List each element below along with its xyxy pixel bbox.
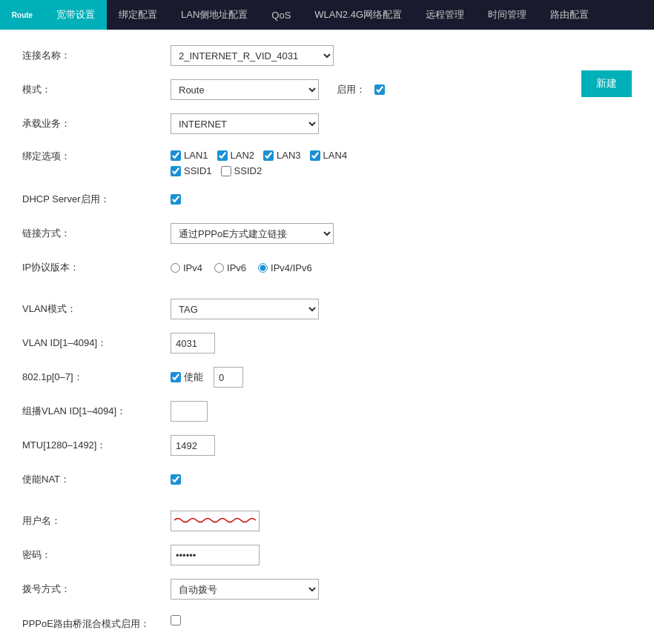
bearer-row: 承载业务： INTERNET [22,113,632,135]
nat-label: 使能NAT： [22,473,171,486]
link-control: 通过PPPoE方式建立链接 [171,223,632,244]
vlan-id-label: VLAN ID[1–4094]： [22,336,171,350]
connection-name-row: 连接名称： 2_INTERNET_R_VID_4031 [22,44,632,67]
vlan-mode-row: VLAN模式： TAG [22,298,632,320]
dhcp-row: DHCP Server启用： [22,188,632,210]
connection-name-select[interactable]: 2_INTERNET_R_VID_4031 [171,45,334,66]
ip-version-control: IPv4 IPv6 IPv4/IPv6 [171,262,632,273]
pppoe-bridge-label: PPPoE路由桥混合模式启用： [22,615,171,631]
vlan-id-control [171,333,632,353]
ssid2-checkbox[interactable] [221,166,231,176]
mtu-row: MTU[1280–1492]： [22,434,632,457]
lan1-checkbox-label: LAN1 [171,150,208,161]
dot1p-label: 802.1p[0–7]： [22,371,171,384]
bearer-select[interactable]: INTERNET [171,113,319,134]
dhcp-checkbox[interactable] [171,194,181,205]
dhcp-control [171,194,632,205]
main-content: 新建 连接名称： 2_INTERNET_R_VID_4031 模式： Route… [0,30,654,644]
enable-checkbox[interactable] [374,84,385,95]
brand-text: Route [12,11,33,19]
ipv6-radio[interactable] [214,263,224,273]
nat-checkbox[interactable] [171,474,181,485]
lan4-checkbox[interactable] [310,150,320,161]
dot1p-checkbox-label: 使能 [171,371,203,384]
dot1p-control: 使能 [171,367,632,388]
vlan-mode-select[interactable]: TAG [171,299,319,319]
binding-label: 绑定选项： [22,150,171,163]
link-row: 链接方式： 通过PPPoE方式建立链接 [22,222,632,245]
enable-label: 启用： [337,83,366,96]
dhcp-label: DHCP Server启用： [22,193,171,206]
lan3-checkbox-label: LAN3 [263,150,301,161]
link-label: 链接方式： [22,227,171,240]
lan1-checkbox[interactable] [171,150,181,161]
mtu-input[interactable] [171,435,215,456]
lan2-checkbox-label: LAN2 [217,150,255,161]
group-vlan-control [171,401,632,422]
password-control [171,545,632,565]
group-vlan-input[interactable] [171,401,208,422]
nav-tab-time[interactable]: 时间管理 [476,0,538,30]
dial-row: 拨号方式： 自动拨号 [22,578,632,600]
link-select[interactable]: 通过PPPoE方式建立链接 [171,223,334,244]
username-label: 用户名： [22,514,171,528]
new-button[interactable]: 新建 [581,70,632,97]
nav-tab-qos[interactable]: QoS [260,0,303,30]
mtu-control [171,435,632,456]
mode-row: 模式： Route 启用： [22,79,632,101]
nav-tab-remote[interactable]: 远程管理 [414,0,476,30]
dial-control: 自动拨号 [171,579,632,600]
pppoe-bridge-checkbox[interactable] [171,615,181,625]
password-row: 密码： [22,544,632,566]
nav-tabs: 宽带设置 绑定配置 LAN侧地址配置 QoS WLAN2.4G网络配置 远程管理… [44,0,601,30]
nav-tab-lan[interactable]: LAN侧地址配置 [169,0,260,30]
dial-label: 拨号方式： [22,582,171,596]
lan4-checkbox-label: LAN4 [310,150,348,161]
pppoe-bridge-row: PPPoE路由桥混合模式启用： [22,612,632,634]
nat-row: 使能NAT： [22,468,632,491]
vlan-id-input[interactable] [171,333,215,353]
username-row: 用户名： [22,510,632,532]
pppoe-bridge-control [171,615,632,625]
mtu-label: MTU[1280–1492]： [22,439,171,452]
brand-logo: Route [0,0,44,30]
group-vlan-row: 组播VLAN ID[1–4094]： [22,400,632,422]
vlan-id-row: VLAN ID[1–4094]： [22,332,632,354]
vlan-mode-label: VLAN模式： [22,302,171,316]
ipv4v6-radio-label: IPv4/IPv6 [258,262,312,273]
mode-label: 模式： [22,83,171,96]
group-vlan-label: 组播VLAN ID[1–4094]： [22,405,171,418]
ipv6-radio-label: IPv6 [214,262,246,273]
ssid2-checkbox-label: SSID2 [221,165,262,176]
ipv4v6-radio[interactable] [258,263,268,273]
bearer-control: INTERNET [171,113,632,134]
username-squiggle [174,514,257,531]
password-label: 密码： [22,548,171,562]
navbar: Route 宽带设置 绑定配置 LAN侧地址配置 QoS WLAN2.4G网络配… [0,0,654,30]
nav-tab-binding[interactable]: 绑定配置 [107,0,169,30]
username-input-container[interactable] [171,511,260,531]
mode-select[interactable]: Route [171,79,319,100]
connection-name-label: 连接名称： [22,49,171,62]
binding-control: LAN1 LAN2 LAN3 LAN4 SSID1 [171,150,632,176]
ip-version-label: IP协议版本： [22,261,171,274]
ipv4-radio-label: IPv4 [171,262,202,273]
dot1p-value-input[interactable] [214,367,243,388]
nav-tab-wlan[interactable]: WLAN2.4G网络配置 [303,0,414,30]
ssid1-checkbox-label: SSID1 [171,165,212,176]
connection-name-control: 2_INTERNET_R_VID_4031 [171,45,632,66]
nav-tab-route[interactable]: 路由配置 [538,0,601,30]
dot1p-row: 802.1p[0–7]： 使能 [22,366,632,388]
lan2-checkbox[interactable] [217,150,228,161]
ipv4-radio[interactable] [171,263,180,273]
bearer-label: 承载业务： [22,117,171,130]
dial-select[interactable]: 自动拨号 [171,579,319,600]
password-input[interactable] [171,545,260,565]
ssid1-checkbox[interactable] [171,166,181,176]
ip-version-row: IP协议版本： IPv4 IPv6 IPv4/IPv6 [22,256,632,279]
dot1p-checkbox[interactable] [171,372,181,382]
lan3-checkbox[interactable] [263,150,274,161]
mode-control: Route 启用： [171,79,632,100]
vlan-mode-control: TAG [171,299,632,319]
nav-tab-broadband[interactable]: 宽带设置 [44,0,107,30]
